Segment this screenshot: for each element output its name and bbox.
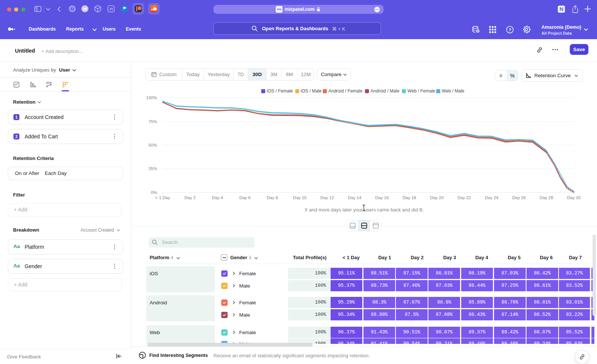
svg-text:Day 26: Day 26 xyxy=(512,195,526,200)
svg-text:Day 14: Day 14 xyxy=(348,195,362,200)
svg-text:50%: 50% xyxy=(149,143,157,147)
svg-text:Day 8: Day 8 xyxy=(267,195,278,200)
svg-text:Day 16: Day 16 xyxy=(375,195,388,200)
svg-text:< 1 Day: < 1 Day xyxy=(155,195,170,200)
svg-text:Day 10: Day 10 xyxy=(293,195,306,200)
svg-text:Day 30: Day 30 xyxy=(567,195,581,200)
svg-text:Day 24: Day 24 xyxy=(485,195,498,200)
svg-text:100%: 100% xyxy=(146,95,157,100)
svg-text:Day 2: Day 2 xyxy=(184,195,196,200)
svg-text:?: ? xyxy=(509,28,511,32)
svg-text:0%: 0% xyxy=(151,190,157,195)
svg-text:Day 4: Day 4 xyxy=(212,195,224,200)
svg-text:Day 6: Day 6 xyxy=(239,195,250,200)
svg-text:Day 28: Day 28 xyxy=(540,195,553,200)
svg-text:Day 12: Day 12 xyxy=(321,195,334,200)
svg-text:25%: 25% xyxy=(149,166,157,171)
svg-text:JS: JS xyxy=(109,7,113,11)
svg-text:Day 22: Day 22 xyxy=(457,195,471,200)
svg-text:Day 18: Day 18 xyxy=(403,195,416,200)
svg-text:75%: 75% xyxy=(149,119,157,124)
svg-text:Day 20: Day 20 xyxy=(430,195,443,200)
